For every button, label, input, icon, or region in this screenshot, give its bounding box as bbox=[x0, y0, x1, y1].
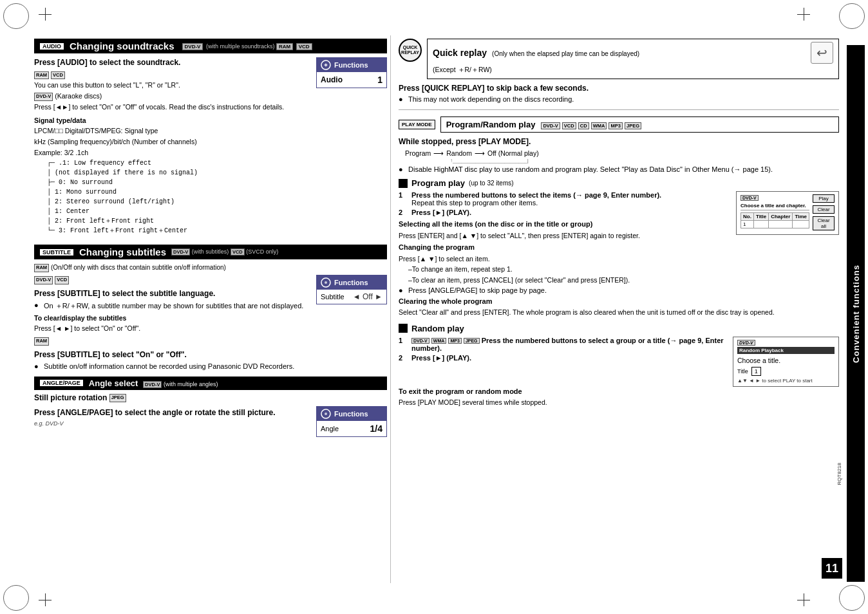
svg-point-3 bbox=[325, 281, 327, 284]
program-play-title: Program play bbox=[411, 178, 465, 188]
bullet-dot-2: ● bbox=[34, 362, 41, 370]
angle-display-label: Angle bbox=[321, 425, 339, 433]
changing-subtitles-header: SUBTITLE Changing subtitles DVD-V (with … bbox=[34, 245, 387, 259]
subtitle-display-label: Subtitle bbox=[321, 293, 344, 301]
bullet-dot-qr: ● bbox=[399, 95, 405, 103]
functions-audio-value: 1 bbox=[377, 75, 382, 85]
signal-desc2: kHz (Sampling frequency)/bit/ch (Number … bbox=[34, 137, 387, 147]
signal-item-3: │ 1: Mono surround bbox=[47, 187, 387, 197]
svg-point-1 bbox=[325, 64, 327, 66]
badge-dvdv-2: DVD-V bbox=[34, 93, 53, 101]
example-row-chapter bbox=[769, 220, 793, 228]
random-header-row: Random Playback bbox=[737, 347, 835, 354]
step-1-num: 1 bbox=[399, 191, 408, 207]
quick-replay-title-wrap: Quick replay (Only when the elapsed play… bbox=[433, 48, 639, 58]
badge-mp3-prog: MP3 bbox=[609, 122, 622, 129]
changing-soundtracks-title: Changing soundtracks bbox=[70, 41, 175, 51]
functions-label-subtitle: Functions bbox=[334, 279, 368, 286]
corner-decoration-tl bbox=[3, 3, 29, 29]
random-step-1-num: 1 bbox=[399, 337, 408, 352]
signal-item-6: │ 2: Front left＋Front right bbox=[47, 216, 387, 226]
example-dvdv-label: DVD-V bbox=[741, 194, 809, 200]
badge-vcd-sub: VCD bbox=[231, 248, 245, 256]
play-button[interactable]: Play bbox=[813, 194, 835, 203]
badge-vcd-prog: VCD bbox=[562, 122, 576, 129]
example-table: No. Title Chapter Time 1 bbox=[741, 212, 809, 228]
program-play-header: Program play (up to 32 items) bbox=[399, 178, 839, 188]
changing-subtitles-section: SUBTITLE Changing subtitles DVD-V (with … bbox=[34, 245, 387, 371]
functions-label-angle: Functions bbox=[334, 410, 368, 418]
bullet-dot-prog: ● bbox=[399, 165, 405, 173]
functions-icon-angle bbox=[321, 409, 331, 419]
flow-return-arrow: ↑__________________________| bbox=[450, 158, 839, 163]
example-row-title bbox=[753, 220, 768, 228]
random-step-2-text: Press [►] (PLAY). bbox=[411, 354, 471, 362]
angle-label: ANGLE/PAGE bbox=[39, 379, 84, 387]
changing-item-2: –To clear an item, press [CANCEL] (or se… bbox=[408, 275, 839, 285]
bullet-dot-1: ● bbox=[34, 301, 41, 311]
crosshair-tr bbox=[797, 8, 810, 21]
quick-replay-button[interactable]: QUICKREPLAY bbox=[399, 39, 422, 62]
clearing-title: Clearing the whole program bbox=[399, 297, 839, 306]
program-random-header-row: PLAY MODE Program/Random play DVD-V VCD … bbox=[399, 116, 839, 133]
example-row-no: 1 bbox=[741, 220, 754, 228]
convenient-functions-sidebar: Convenient functions bbox=[847, 45, 865, 582]
functions-icon-audio bbox=[321, 60, 331, 70]
changing-soundtracks-section: AUDIO Changing soundtracks DVD-V (with m… bbox=[34, 39, 387, 239]
subtitle-badges: DVD-V (with subtitles) VCD (SVCD only) bbox=[171, 248, 278, 256]
badge-jpeg-angle: JPEG bbox=[109, 394, 126, 402]
clear-subtitle-title: To clear/display the subtitles bbox=[34, 313, 387, 323]
play-mode-instruction: While stopped, press [PLAY MODE]. bbox=[399, 136, 839, 147]
corner-decoration-bl bbox=[3, 585, 29, 611]
program-play-subsection: Program play (up to 32 items) DVD-V Choo… bbox=[399, 178, 839, 319]
badge-ram-sub: RAM bbox=[34, 264, 49, 272]
example-table-header-row: No. Title Chapter Time bbox=[741, 212, 809, 220]
crosshair-tl bbox=[39, 8, 52, 21]
example-box-title: Choose a title and chapter. bbox=[741, 203, 809, 210]
signal-item-4: │ 2: Stereo surround (left/right) bbox=[47, 197, 387, 207]
quick-replay-box: Quick replay (Only when the elapsed play… bbox=[427, 39, 839, 79]
quick-replay-section: QUICKREPLAY Quick replay (Only when the … bbox=[399, 39, 839, 104]
ram-subtitle-desc: RAM (On/Off only with discs that contain… bbox=[34, 263, 387, 272]
badge-dvdv-1: DVD-V bbox=[182, 43, 203, 50]
subtitle-bullet2: ● Subtitle on/off information cannot be … bbox=[34, 362, 387, 370]
random-title-value: 1 bbox=[751, 367, 761, 376]
step-1-text: Press the numbered buttons to select the… bbox=[411, 191, 661, 207]
right-panel: QUICKREPLAY Quick replay (Only when the … bbox=[390, 35, 842, 583]
random-step-2: 2 Press [►] (PLAY). bbox=[399, 354, 728, 362]
program-flow: Program ⟶ Random ⟶ Off (Normal play) bbox=[405, 149, 839, 157]
changing-item-3: ● Press [ANGLE/PAGE] to skip page by pag… bbox=[399, 286, 839, 294]
functions-box-angle: Functions Angle 1/4 bbox=[316, 406, 387, 437]
program-random-badges: DVD-V VCD CD WMA MP3 JPEG bbox=[541, 121, 641, 129]
play-mode-label: PLAY MODE bbox=[399, 120, 435, 129]
section-divider bbox=[399, 109, 839, 110]
clear-all-button[interactable]: Clear all bbox=[813, 216, 835, 230]
signal-item-5: │ 1: Center bbox=[47, 207, 387, 216]
functions-icon-subtitle bbox=[321, 277, 331, 288]
badge-dvdv-eg: DVD-V bbox=[741, 195, 759, 201]
quick-replay-container: QUICKREPLAY Quick replay (Only when the … bbox=[399, 39, 839, 79]
quick-replay-instruction: Press [QUICK REPLAY] to skip back a few … bbox=[399, 83, 839, 94]
quick-replay-bullet: ● This may not work depending on the dis… bbox=[399, 95, 839, 103]
quick-replay-circle-wrap: QUICKREPLAY bbox=[399, 39, 422, 62]
random-step-2-num: 2 bbox=[399, 354, 408, 362]
quick-replay-title-row: Quick replay (Only when the elapsed play… bbox=[433, 42, 833, 64]
subtitle-label: SUBTITLE bbox=[39, 248, 74, 256]
random-play-subsection: Random play DVD-V Random Playback Choose… bbox=[399, 324, 839, 409]
badge-vcd-sub2: VCD bbox=[55, 276, 69, 284]
convenient-functions-label: Convenient functions bbox=[851, 265, 861, 363]
program-play-subtitle: (up to 32 items) bbox=[469, 180, 513, 187]
quick-replay-desc: (Only when the elapsed play time can be … bbox=[492, 50, 639, 57]
quick-replay-title: Quick replay bbox=[433, 48, 487, 58]
badge-jpeg-prog: JPEG bbox=[625, 122, 641, 129]
subtitle-bullet1: ● On ＋R/＋RW, a subtitle number may be sh… bbox=[34, 301, 310, 311]
clear-button[interactable]: Clear bbox=[813, 205, 835, 214]
badge-ram-1: RAM bbox=[276, 43, 293, 50]
example-row-time bbox=[793, 220, 809, 228]
example-box-left: DVD-V Choose a title and chapter. No. Ti… bbox=[741, 194, 809, 228]
functions-label-audio: Functions bbox=[334, 61, 368, 69]
program-example-box: DVD-V Choose a title and chapter. No. Ti… bbox=[736, 191, 839, 235]
functions-body-audio: Audio 1 bbox=[317, 72, 386, 88]
left-panel: AUDIO Changing soundtracks DVD-V (with m… bbox=[31, 35, 390, 583]
changing-item-0: Press [▲ ▼] to select an item. bbox=[399, 254, 839, 264]
